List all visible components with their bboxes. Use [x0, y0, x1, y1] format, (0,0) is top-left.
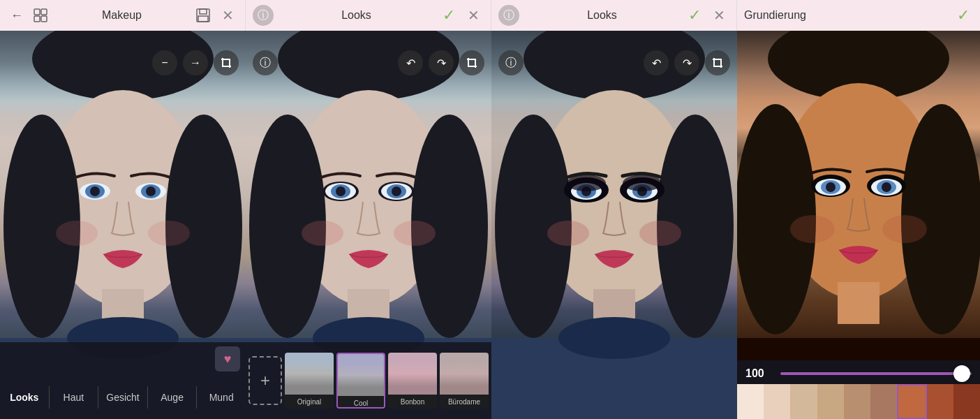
redo-icon-p3[interactable]: ↷ — [674, 50, 699, 75]
svg-rect-0 — [34, 9, 40, 15]
info-icon-p3[interactable]: ⓘ — [498, 5, 519, 26]
redo-icon-p2[interactable]: ↷ — [429, 50, 454, 75]
svg-point-70 — [882, 182, 891, 192]
info-icon-p2b[interactable]: ⓘ — [253, 50, 278, 75]
swatch-3[interactable] — [790, 384, 817, 419]
crop-icon-p1[interactable] — [214, 50, 239, 75]
check-icon-p3[interactable]: ✓ — [685, 6, 704, 25]
grundierung-controls: 100 — [737, 360, 980, 419]
heart-icon[interactable]: ♥ — [215, 346, 240, 372]
panel3-title: Looks — [587, 9, 617, 22]
tab-gesicht[interactable]: Gesicht — [98, 386, 148, 409]
svg-rect-62 — [838, 282, 879, 324]
minus-icon-p1[interactable]: − — [152, 50, 177, 75]
tab-auge[interactable]: Auge — [148, 386, 198, 409]
redo-icon-p1[interactable]: → — [183, 50, 208, 75]
check-icon-p2[interactable]: ✓ — [439, 6, 459, 25]
looks-selector: + Original Cool Bonbon Bürodame .lisch — [246, 342, 491, 419]
swatch-9[interactable] — [953, 384, 980, 419]
back-arrow-icon[interactable]: ← — [7, 6, 27, 25]
close-icon-p1[interactable]: ✕ — [218, 6, 238, 25]
grid-icon[interactable] — [31, 6, 50, 25]
svg-point-18 — [56, 221, 98, 246]
check-icon-p4[interactable]: ✓ — [953, 6, 973, 25]
look-burodame-label: Bürodame — [440, 395, 489, 409]
info-icon-p3b[interactable]: ⓘ — [498, 50, 524, 75]
swatch-1[interactable] — [737, 384, 764, 419]
svg-point-57 — [558, 317, 670, 359]
tab-mund[interactable]: Mund — [197, 386, 246, 409]
svg-rect-5 — [200, 9, 207, 14]
info-icon-p2[interactable]: ⓘ — [253, 5, 274, 26]
swatch-6[interactable] — [870, 384, 897, 419]
close-icon-p2[interactable]: ✕ — [464, 6, 484, 25]
svg-point-19 — [148, 221, 190, 246]
swatch-5[interactable] — [844, 384, 870, 419]
svg-rect-2 — [34, 16, 40, 22]
svg-point-30 — [336, 186, 346, 196]
svg-point-71 — [790, 215, 835, 243]
look-original-label: Original — [285, 395, 334, 409]
tab-haut[interactable]: Haut — [50, 386, 99, 409]
panel1-title: Makeup — [102, 9, 142, 22]
look-cool[interactable]: Cool — [336, 353, 385, 409]
slider-value: 100 — [745, 367, 773, 380]
crop-icon-p3[interactable] — [705, 50, 730, 75]
look-cool-label: Cool — [338, 396, 384, 409]
swatch-4[interactable] — [817, 384, 844, 419]
undo-icon-p3[interactable]: ↶ — [644, 50, 669, 75]
panel4-title: Grundierung — [744, 9, 806, 22]
svg-point-36 — [394, 221, 436, 246]
panel4-photo: 100 — [737, 31, 980, 419]
look-original[interactable]: Original — [285, 353, 334, 409]
svg-point-17 — [146, 186, 156, 196]
undo-icon-p2[interactable]: ↶ — [398, 50, 423, 75]
look-bonbon[interactable]: Bonbon — [388, 353, 437, 409]
color-swatches-row — [737, 384, 980, 419]
opacity-slider[interactable] — [780, 372, 972, 375]
svg-point-34 — [392, 186, 401, 196]
swatch-7[interactable] — [897, 384, 926, 419]
svg-rect-6 — [198, 16, 208, 22]
swatch-8[interactable] — [927, 384, 953, 419]
swatch-2[interactable] — [764, 384, 790, 419]
panel2-photo: ↶ ↷ ⓘ + Original Cool Bonbon — [246, 31, 491, 419]
bottom-tabs: Looks Haut Gesicht Auge Mund — [0, 376, 246, 419]
crop-icon-p2[interactable] — [459, 50, 484, 75]
face-svg-p3 — [491, 31, 737, 419]
add-look-button[interactable]: + — [248, 356, 282, 405]
look-burodame[interactable]: Bürodame — [440, 353, 489, 409]
svg-point-72 — [882, 215, 927, 243]
look-bonbon-label: Bonbon — [388, 395, 437, 409]
svg-rect-3 — [41, 16, 47, 22]
svg-rect-1 — [41, 9, 47, 15]
svg-point-54 — [547, 221, 589, 246]
close-icon-p3[interactable]: ✕ — [710, 6, 729, 25]
panel3-photo: ↶ ↷ ⓘ — [491, 31, 737, 419]
svg-point-66 — [826, 182, 836, 192]
svg-point-55 — [639, 221, 681, 246]
svg-point-35 — [302, 221, 343, 246]
svg-point-14 — [90, 186, 100, 196]
panel1-photo: − → ♥ Looks Haut Gesicht Auge Mund — [0, 31, 246, 419]
panel2-title: Looks — [341, 9, 371, 22]
save-icon[interactable] — [193, 6, 213, 25]
tab-looks[interactable]: Looks — [0, 386, 50, 409]
